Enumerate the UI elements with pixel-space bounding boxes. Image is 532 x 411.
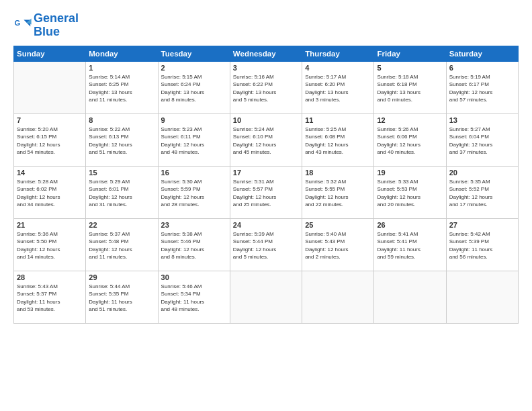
calendar-cell: 21Sunrise: 5:36 AM Sunset: 5:50 PM Dayli…: [14, 218, 86, 271]
weekday-header-friday: Friday: [374, 46, 446, 61]
calendar-cell: 9Sunrise: 5:23 AM Sunset: 6:11 PM Daylig…: [158, 113, 230, 166]
calendar-cell: 15Sunrise: 5:29 AM Sunset: 6:01 PM Dayli…: [86, 166, 158, 218]
day-info: Sunrise: 5:38 AM Sunset: 5:46 PM Dayligh…: [161, 230, 227, 261]
day-info: Sunrise: 5:20 AM Sunset: 6:15 PM Dayligh…: [17, 126, 83, 156]
logo-text: General Blue: [34, 12, 79, 39]
calendar-cell: 13Sunrise: 5:27 AM Sunset: 6:04 PM Dayli…: [446, 113, 518, 166]
day-info: Sunrise: 5:42 AM Sunset: 5:39 PM Dayligh…: [449, 230, 515, 261]
day-info: Sunrise: 5:43 AM Sunset: 5:37 PM Dayligh…: [17, 283, 83, 314]
day-info: Sunrise: 5:29 AM Sunset: 6:01 PM Dayligh…: [89, 178, 154, 209]
day-info: Sunrise: 5:17 AM Sunset: 6:20 PM Dayligh…: [305, 73, 371, 104]
day-number: 2: [161, 64, 227, 72]
day-number: 4: [305, 64, 371, 72]
calendar-cell: 8Sunrise: 5:22 AM Sunset: 6:13 PM Daylig…: [86, 113, 158, 166]
weekday-header-monday: Monday: [86, 46, 158, 61]
calendar-cell: 26Sunrise: 5:41 AM Sunset: 5:41 PM Dayli…: [374, 218, 446, 271]
day-number: 27: [449, 221, 515, 229]
calendar-cell: 19Sunrise: 5:33 AM Sunset: 5:53 PM Dayli…: [374, 166, 446, 218]
day-info: Sunrise: 5:32 AM Sunset: 5:55 PM Dayligh…: [305, 178, 371, 209]
calendar-cell: 14Sunrise: 5:28 AM Sunset: 6:02 PM Dayli…: [14, 166, 86, 218]
page: G General Blue SundayMondayTuesdayWednes…: [0, 0, 532, 411]
weekday-header-row: SundayMondayTuesdayWednesdayThursdayFrid…: [14, 46, 519, 61]
calendar-cell: 22Sunrise: 5:37 AM Sunset: 5:48 PM Dayli…: [86, 218, 158, 271]
day-info: Sunrise: 5:33 AM Sunset: 5:53 PM Dayligh…: [377, 178, 443, 209]
day-info: Sunrise: 5:23 AM Sunset: 6:11 PM Dayligh…: [161, 126, 227, 156]
header: G General Blue: [13, 12, 519, 39]
day-number: 8: [89, 116, 154, 124]
day-number: 11: [305, 116, 371, 124]
logo-icon: G: [13, 16, 32, 35]
day-number: 5: [377, 64, 443, 72]
day-number: 24: [233, 221, 299, 229]
day-number: 7: [17, 116, 83, 124]
calendar-week-3: 14Sunrise: 5:28 AM Sunset: 6:02 PM Dayli…: [14, 166, 519, 218]
day-number: 19: [377, 169, 443, 177]
calendar-cell: [230, 271, 302, 323]
calendar-cell: [14, 61, 86, 113]
logo: G General Blue: [13, 12, 79, 39]
day-info: Sunrise: 5:28 AM Sunset: 6:02 PM Dayligh…: [17, 178, 83, 209]
day-number: 14: [17, 169, 83, 177]
day-number: 22: [89, 221, 154, 229]
weekday-header-saturday: Saturday: [446, 46, 518, 61]
calendar-cell: [374, 271, 446, 323]
day-info: Sunrise: 5:41 AM Sunset: 5:41 PM Dayligh…: [377, 230, 443, 261]
day-info: Sunrise: 5:31 AM Sunset: 5:57 PM Dayligh…: [233, 178, 299, 209]
weekday-header-sunday: Sunday: [14, 46, 86, 61]
day-info: Sunrise: 5:36 AM Sunset: 5:50 PM Dayligh…: [17, 230, 83, 261]
day-info: Sunrise: 5:18 AM Sunset: 6:18 PM Dayligh…: [377, 73, 443, 104]
calendar-cell: 30Sunrise: 5:46 AM Sunset: 5:34 PM Dayli…: [158, 271, 230, 323]
calendar-cell: 11Sunrise: 5:25 AM Sunset: 6:08 PM Dayli…: [302, 113, 374, 166]
day-number: 28: [17, 273, 83, 281]
weekday-header-wednesday: Wednesday: [230, 46, 302, 61]
calendar-cell: 16Sunrise: 5:30 AM Sunset: 5:59 PM Dayli…: [158, 166, 230, 218]
day-number: 12: [377, 116, 443, 124]
day-number: 29: [89, 273, 154, 281]
calendar-cell: 7Sunrise: 5:20 AM Sunset: 6:15 PM Daylig…: [14, 113, 86, 166]
day-number: 23: [161, 221, 227, 229]
calendar-cell: 18Sunrise: 5:32 AM Sunset: 5:55 PM Dayli…: [302, 166, 374, 218]
calendar-cell: 25Sunrise: 5:40 AM Sunset: 5:43 PM Dayli…: [302, 218, 374, 271]
calendar-week-2: 7Sunrise: 5:20 AM Sunset: 6:15 PM Daylig…: [14, 113, 519, 166]
day-info: Sunrise: 5:27 AM Sunset: 6:04 PM Dayligh…: [449, 126, 515, 156]
calendar-cell: 12Sunrise: 5:26 AM Sunset: 6:06 PM Dayli…: [374, 113, 446, 166]
calendar-cell: 5Sunrise: 5:18 AM Sunset: 6:18 PM Daylig…: [374, 61, 446, 113]
day-number: 25: [305, 221, 371, 229]
day-info: Sunrise: 5:39 AM Sunset: 5:44 PM Dayligh…: [233, 230, 299, 261]
calendar-cell: 28Sunrise: 5:43 AM Sunset: 5:37 PM Dayli…: [14, 271, 86, 323]
day-number: 20: [449, 169, 515, 177]
calendar-cell: 29Sunrise: 5:44 AM Sunset: 5:35 PM Dayli…: [86, 271, 158, 323]
day-info: Sunrise: 5:40 AM Sunset: 5:43 PM Dayligh…: [305, 230, 371, 261]
day-info: Sunrise: 5:25 AM Sunset: 6:08 PM Dayligh…: [305, 126, 371, 156]
day-number: 17: [233, 169, 299, 177]
day-number: 26: [377, 221, 443, 229]
day-info: Sunrise: 5:24 AM Sunset: 6:10 PM Dayligh…: [233, 126, 299, 156]
day-number: 30: [161, 273, 227, 281]
calendar-cell: [302, 271, 374, 323]
calendar-cell: 1Sunrise: 5:14 AM Sunset: 6:25 PM Daylig…: [86, 61, 158, 113]
calendar-week-5: 28Sunrise: 5:43 AM Sunset: 5:37 PM Dayli…: [14, 271, 519, 323]
day-info: Sunrise: 5:35 AM Sunset: 5:52 PM Dayligh…: [449, 178, 515, 209]
calendar-week-1: 1Sunrise: 5:14 AM Sunset: 6:25 PM Daylig…: [14, 61, 519, 113]
day-info: Sunrise: 5:44 AM Sunset: 5:35 PM Dayligh…: [89, 283, 154, 314]
day-info: Sunrise: 5:46 AM Sunset: 5:34 PM Dayligh…: [161, 283, 227, 314]
calendar-cell: 2Sunrise: 5:15 AM Sunset: 6:24 PM Daylig…: [158, 61, 230, 113]
day-number: 9: [161, 116, 227, 124]
day-info: Sunrise: 5:16 AM Sunset: 6:22 PM Dayligh…: [233, 73, 299, 104]
calendar-cell: 23Sunrise: 5:38 AM Sunset: 5:46 PM Dayli…: [158, 218, 230, 271]
day-info: Sunrise: 5:26 AM Sunset: 6:06 PM Dayligh…: [377, 126, 443, 156]
day-info: Sunrise: 5:14 AM Sunset: 6:25 PM Dayligh…: [89, 73, 154, 104]
day-number: 1: [89, 64, 154, 72]
day-info: Sunrise: 5:37 AM Sunset: 5:48 PM Dayligh…: [89, 230, 154, 261]
day-number: 3: [233, 64, 299, 72]
calendar-cell: 4Sunrise: 5:17 AM Sunset: 6:20 PM Daylig…: [302, 61, 374, 113]
weekday-header-thursday: Thursday: [302, 46, 374, 61]
day-number: 21: [17, 221, 83, 229]
calendar-week-4: 21Sunrise: 5:36 AM Sunset: 5:50 PM Dayli…: [14, 218, 519, 271]
calendar: SundayMondayTuesdayWednesdayThursdayFrid…: [13, 46, 519, 324]
calendar-cell: 20Sunrise: 5:35 AM Sunset: 5:52 PM Dayli…: [446, 166, 518, 218]
day-info: Sunrise: 5:15 AM Sunset: 6:24 PM Dayligh…: [161, 73, 227, 104]
day-info: Sunrise: 5:30 AM Sunset: 5:59 PM Dayligh…: [161, 178, 227, 209]
calendar-cell: 17Sunrise: 5:31 AM Sunset: 5:57 PM Dayli…: [230, 166, 302, 218]
calendar-cell: 10Sunrise: 5:24 AM Sunset: 6:10 PM Dayli…: [230, 113, 302, 166]
